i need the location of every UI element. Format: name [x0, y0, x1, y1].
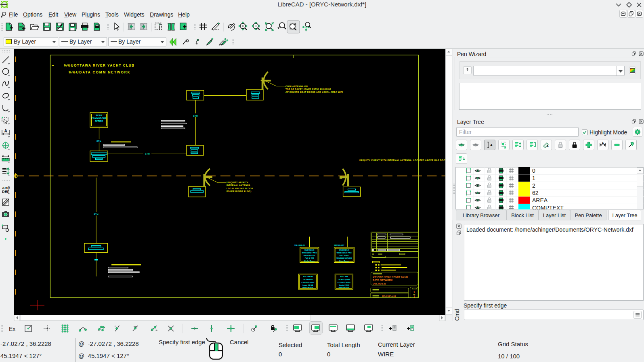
svg-text:A: A [490, 143, 493, 147]
svg-text:Media Room: Media Room [339, 287, 350, 289]
svg-text:OVERVIEW: OVERVIEW [373, 282, 386, 285]
svg-text:2: 2 [532, 182, 535, 189]
svg-text:ETH: ETH [94, 213, 99, 216]
svg-text:AREA: AREA [532, 197, 548, 203]
svg-text:OTTAWA RIVER YACHT CLUB: OTTAWA RIVER YACHT CLUB [373, 276, 408, 278]
svg-text:TOP OF DAVEY JONES PATIO BUILD: TOP OF DAVEY JONES PATIO BUILDING [285, 88, 331, 90]
svg-text:WIN2000 SERVER: WIN2000 SERVER [336, 257, 352, 259]
svg-text:1: 1 [532, 175, 535, 181]
svg-text:1: 1 [413, 295, 415, 298]
svg-text:ETH: ETH [145, 153, 150, 155]
svg-text:192.168.0.28: 192.168.0.28 [294, 244, 305, 246]
svg-text:DEF: DEF [2, 190, 10, 194]
svg-text:%%UDATA COMM NETWORK: %%UDATA COMM NETWORK [69, 71, 130, 74]
svg-text:DATA NETWORK: DATA NETWORK [373, 279, 393, 281]
svg-text:OMNI ANTENNA ON: OMNI ANTENNA ON [285, 85, 308, 88]
svg-text:Logic 10 GB: Logic 10 GB [302, 284, 313, 286]
svg-text:i-CORE 3.0GHz: i-CORE 3.0GHz [338, 281, 350, 283]
svg-text:UBIQUITY AP WITH: UBIQUITY AP WITH [227, 181, 248, 184]
svg-text:A: A [602, 141, 604, 145]
svg-text:Data Room: Data Room [340, 260, 349, 262]
svg-text:62: 62 [532, 190, 539, 196]
svg-text:1: 1 [413, 291, 415, 293]
svg-text:MUDWAN 5: MUDWAN 5 [304, 249, 315, 251]
svg-text:COMPTEXT: COMPTEXT [532, 205, 564, 210]
svg-text:UBIQUITY CLIENT WITH INTERNAL: UBIQUITY CLIENT WITH INTERNAL ANTENNA. L… [359, 159, 445, 161]
svg-text:0: 0 [532, 167, 535, 174]
svg-text:OS Venture: OS Venture [303, 278, 313, 280]
svg-text:OFFICE: OFFICE [95, 120, 103, 122]
svg-text:LOCAL ON 2ND FLOOR: LOCAL ON 2ND FLOOR [227, 187, 253, 190]
svg-text:i-XEON 3.0GHz: i-XEON 3.0GHz [302, 281, 315, 283]
svg-text:WINDOWS 7 PRO: WINDOWS 7 PRO [302, 252, 317, 254]
svg-text:AP COVERS BOAT DOCKS AND LOCAL: AP COVERS BOAT DOCKS AND LOCAL AREA WIFI [285, 91, 343, 93]
svg-text:REAR: REAR [96, 114, 102, 117]
svg-text:Media Room: Media Room [302, 287, 313, 289]
svg-text:MS-2025-#02: MS-2025-#02 [382, 295, 396, 297]
svg-text:ETH: ETH [193, 115, 198, 117]
svg-text:P8-3.2GHZ: P8-3.2GHZ [340, 255, 349, 257]
svg-text:MAC-WM: MAC-WM [340, 276, 348, 278]
svg-text:COMMODORE: COMMODORE [92, 117, 107, 119]
svg-text:A: A [547, 145, 549, 148]
svg-text:%%UOTTAWA RIVER YACHT CLUB: %%UOTTAWA RIVER YACHT CLUB [64, 64, 134, 67]
svg-text:OS El Capitan: OS El Capitan [338, 278, 350, 280]
svg-text:MUDWAN-X: MUDWAN-X [339, 249, 349, 251]
svg-text:A: A [4, 129, 7, 133]
svg-text:Media Room: Media Room [304, 260, 315, 262]
svg-text:FOYER INSIDE BLDG): FOYER INSIDE BLDG) [227, 190, 252, 193]
svg-text:PLC & WM: PLC & WM [305, 257, 314, 259]
svg-text:NUC-WM-M: NUC-WM-M [303, 276, 313, 278]
svg-text:192.168.0.97: 192.168.0.97 [334, 244, 344, 246]
svg-text:INTERNAL ANTENNA: INTERNAL ANTENNA [227, 184, 250, 186]
svg-text:WINDOWS 7 PRO: WINDOWS 7 PRO [337, 252, 352, 254]
svg-text:REDHAT E4.0: REDHAT E4.0 [304, 255, 315, 257]
svg-text:Logic 2 GB: Logic 2 GB [339, 284, 349, 286]
svg-text:ETH: ETH [96, 140, 101, 142]
